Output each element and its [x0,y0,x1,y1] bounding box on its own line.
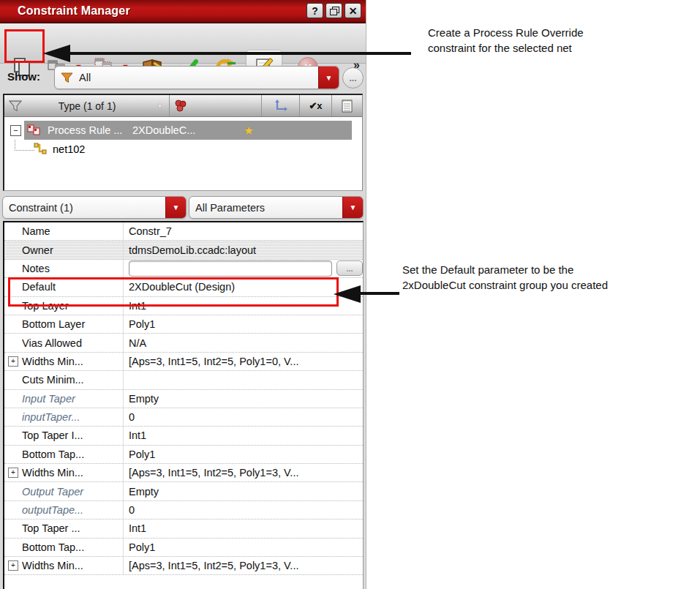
show-filter-value: All [73,72,318,83]
combo-arrow-icon: ▼ [173,203,180,211]
property-label: Bottom Tap... [22,449,123,460]
tree-row-net102[interactable]: net102 [4,140,362,159]
property-row[interactable]: Input TaperEmpty [4,390,363,408]
property-row[interactable]: Bottom LayerPoly1 [4,315,363,334]
show-filter-combo[interactable]: All ▼ [54,66,339,89]
close-button[interactable]: ✕ [345,3,361,18]
property-row[interactable]: Vias AllowedN/A [4,334,363,352]
titlebar: Constraint Manager ? ✕ [0,0,366,23]
property-label: Bottom Tap... [22,541,123,553]
highlight-box-copy-icon [4,29,45,63]
check-x-icon: ✔x [309,100,322,111]
property-label: Owner [22,244,123,256]
constraint-selector-arrow[interactable]: ▼ [165,197,186,218]
property-value: N/A [123,334,363,351]
expander-plus-icon: + [8,356,18,367]
parameters-selector-combo[interactable]: All Parameters ▼ [189,196,364,219]
property-value [123,371,363,389]
axis-icon [274,100,288,113]
tree-expander[interactable]: − [10,125,21,136]
selected-row-bar[interactable]: Process Rule ... 2XDoubleC... ★ [24,121,352,140]
favorite-star-icon[interactable]: ★ [244,124,254,138]
property-row[interactable]: OwnertdmsDemoLib.ccadc:layout [4,241,363,259]
tree-column-notes[interactable] [332,95,362,116]
property-row[interactable]: inputTaper...0 [4,408,363,427]
property-row[interactable]: Top Taper ...Int1 [4,519,363,538]
arrow-line-default [358,292,399,295]
property-row[interactable]: Bottom Tap...Poly1 [4,539,363,557]
property-value: [Aps=3, Int1=5, Int2=5, Poly1=0, V... [123,353,363,370]
help-button[interactable]: ? [306,3,323,18]
tree-column-axis[interactable] [262,95,300,116]
tree-header: Type (1 of 1) ▼ ✔x [4,95,362,117]
combo-arrow-icon: ▼ [350,203,357,211]
constraint-selector-combo[interactable]: Constraint (1) ▼ [2,196,187,219]
property-value: Constr_7 [123,222,363,240]
property-label: Top Taper I... [22,429,123,441]
tree-column-checkx[interactable]: ✔x [300,95,332,116]
property-label: Name [22,225,123,237]
property-value: Empty [123,390,363,408]
property-label: Cuts Minim... [22,374,123,386]
arrow-head-default [334,285,361,303]
property-row[interactable]: Cuts Minim... [4,371,363,389]
property-value: Int1 [123,427,363,444]
parameters-selector-arrow[interactable]: ▼ [342,197,363,218]
titlebar-buttons: ? ✕ [306,3,361,18]
property-row[interactable]: Top Taper I...Int1 [4,427,363,445]
tree-group-value: 2XDoubleC... [132,124,206,136]
property-row[interactable]: +Widths Min...[Aps=3, Int1=5, Int2=5, Po… [4,353,363,371]
property-value: [Aps=3, Int1=5, Int2=5, Poly1=3, V... [123,557,363,574]
tree-row-process-rule[interactable]: − Process Rule ... 2XDoubleC... ★ [4,121,362,140]
tree-connector [15,140,34,151]
arrow-line-create [70,52,411,55]
window-title: Constraint Manager [0,4,130,18]
tree-column-group[interactable] [170,95,262,116]
restore-icon [330,7,339,15]
property-value: Poly1 [123,446,363,463]
restore-button[interactable] [325,3,342,18]
tree-group-label: Process Rule ... [48,124,127,136]
annotation-create-line1: Create a Process Rule Override [428,25,584,40]
header-funnel-icon [9,100,22,112]
property-label: Widths Min... [22,467,123,479]
notes-more-button[interactable]: ... [336,260,363,276]
expand-toggle[interactable]: + [4,560,22,571]
tree-column-type[interactable]: Type (1 of 1) ▼ [4,95,170,116]
property-table: NameConstr_7OwnertdmsDemoLib.ccadc:layou… [3,221,364,589]
property-row[interactable]: NameConstr_7 [4,222,363,241]
annotation-create: Create a Process Rule Override constrain… [428,25,584,56]
notes-input[interactable] [129,260,332,277]
grapes-icon [173,99,189,113]
property-value: Int1 [123,519,363,537]
annotation-default-line2: 2xDoubleCut constraint group you created [402,277,608,293]
property-label: Output Taper [22,486,123,498]
show-filter-arrow[interactable]: ▼ [318,67,339,89]
property-row[interactable]: Bottom Tap...Poly1 [4,446,363,464]
notepad-icon [342,99,353,113]
property-row[interactable]: +Widths Min...[Aps=3, Int1=5, Int2=5, Po… [4,557,363,575]
property-value: Poly1 [123,539,363,556]
annotation-create-line2: constraint for the selected net [428,40,584,56]
net-icon [34,143,47,156]
expand-toggle[interactable]: + [4,356,22,367]
process-rule-icon [27,124,42,136]
type-sort-icon: ▼ [157,102,163,110]
property-row[interactable]: Notes... [4,260,363,278]
constraint-selector-value: Constraint (1) [3,202,165,214]
property-row[interactable]: +Widths Min...[Aps=3, Int1=5, Int2=5, Po… [4,464,363,482]
tree-net-label: net102 [53,143,85,155]
property-row[interactable]: outputTape...0 [4,501,363,519]
property-value: [Aps=3, Int1=5, Int2=5, Poly1=3, V... [123,464,363,481]
expander-plus-icon: + [8,560,18,571]
tree-type-label: Type (1 of 1) [22,100,152,112]
property-label: outputTape... [22,504,123,516]
arrow-head-create [43,45,70,62]
expand-toggle[interactable]: + [4,468,22,478]
property-label: Top Taper ... [22,522,123,534]
show-more-button[interactable]: ... [342,67,364,89]
property-value: Empty [123,482,363,500]
help-icon: ? [312,5,318,17]
property-row[interactable]: Output TaperEmpty [4,482,363,500]
show-label: Show: [7,70,40,83]
